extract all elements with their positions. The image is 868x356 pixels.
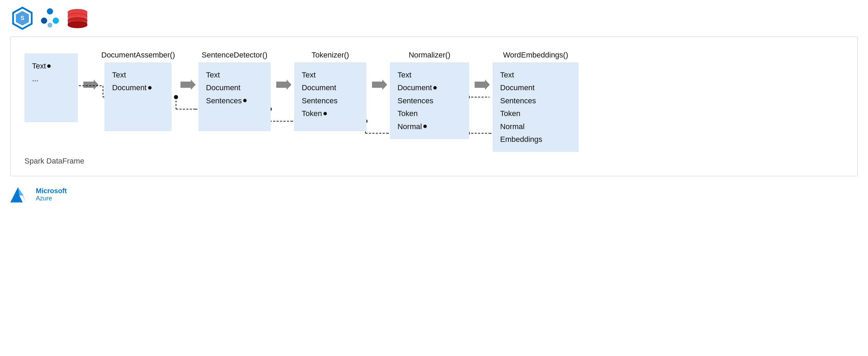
dot-normal-4	[423, 125, 427, 128]
field-token-3: Token	[302, 107, 359, 120]
field-text-3: Text	[302, 69, 359, 81]
arrow-5	[472, 78, 490, 91]
field-normal-4: Normal	[397, 120, 462, 133]
field-text-4: Text	[397, 69, 462, 81]
stage-word-embeddings: WordEmbeddings() Text Document Sentences…	[493, 51, 579, 152]
field-document-5: Document	[500, 81, 571, 94]
dot-text-0	[47, 64, 51, 68]
diagram-container: Text ... DocumentAssember()	[10, 36, 858, 176]
svg-marker-43	[372, 80, 387, 90]
df-box-3: Text Document Sentences Token	[294, 62, 366, 131]
field-sentences-3: Sentences	[302, 94, 359, 107]
arrow-icon-5	[472, 78, 490, 91]
field-sentences-5: Sentences	[500, 94, 571, 107]
header: S	[0, 0, 868, 36]
spark-dataframe-label: Spark DataFrame	[24, 157, 844, 166]
svg-point-6	[48, 23, 52, 28]
spark-logo: S	[10, 6, 34, 30]
svg-marker-42	[276, 80, 291, 90]
pipeline: Text ... DocumentAssember()	[24, 51, 844, 166]
svg-point-3	[47, 8, 53, 14]
arrow-1	[81, 78, 99, 91]
arrow-2	[178, 78, 196, 91]
field-text-2: Text	[206, 69, 263, 81]
stage-label-3: Tokenizer()	[312, 51, 349, 60]
stage-label-4: Normalizer()	[409, 51, 450, 60]
svg-point-13	[68, 22, 87, 28]
df-box-1: Text Document	[104, 62, 172, 131]
field-text-1: Text	[112, 69, 164, 81]
dot-document-1	[148, 86, 152, 90]
arrow-icon-4	[369, 78, 387, 91]
field-normal-5: Normal	[500, 120, 571, 133]
field-document-3: Document	[302, 81, 359, 94]
stage-normalizer: Normalizer() Text Document Sentences Tok…	[390, 51, 469, 139]
df-box-4: Text Document Sentences Token Normal	[390, 62, 469, 139]
stage-sentence-detector: SentenceDetector() Text Document Sentenc…	[198, 51, 271, 131]
field-token-4: Token	[397, 107, 462, 120]
layers-logo	[65, 6, 90, 30]
arrow-icon-2	[178, 78, 196, 91]
field-sentences-4: Sentences	[397, 94, 462, 107]
footer: Microsoft Azure	[0, 176, 868, 213]
field-document-4: Document	[397, 81, 462, 94]
dot-token-3	[323, 112, 327, 115]
stage-label-1: DocumentAssember()	[101, 51, 175, 60]
footer-brand-text: Microsoft Azure	[36, 187, 67, 202]
arrow-icon-3	[273, 78, 291, 91]
field-embeddings-5: Embeddings	[500, 133, 571, 146]
field-document-1: Document	[112, 81, 164, 94]
footer-company: Microsoft	[36, 187, 67, 195]
svg-marker-40	[83, 80, 99, 90]
dot-document-4	[433, 86, 437, 90]
svg-point-5	[53, 18, 59, 24]
stage-label-2: SentenceDetector()	[202, 51, 268, 60]
stage-doc-assembler: DocumentAssember() Text Document	[101, 51, 175, 131]
azure-logo	[10, 186, 31, 203]
df-box-5: Text Document Sentences Token Normal	[493, 62, 579, 152]
arrow-4	[369, 78, 387, 91]
svg-point-4	[41, 18, 47, 24]
stage-input: Text ...	[24, 51, 78, 122]
pipeline-row: Text ... DocumentAssember()	[24, 51, 844, 152]
dots-logo	[38, 6, 62, 30]
svg-marker-41	[180, 80, 196, 90]
df-box-2: Text Document Sentences	[198, 62, 271, 131]
field-token-5: Token	[500, 107, 571, 120]
stage-label-5: WordEmbeddings()	[503, 51, 568, 60]
field-document-2: Document	[206, 81, 263, 94]
field-text-0: Text	[32, 60, 70, 72]
df-box-input: Text ...	[24, 53, 78, 122]
svg-text:S: S	[21, 15, 24, 21]
dot-sentences-2	[243, 99, 247, 102]
arrow-3	[273, 78, 291, 91]
stage-tokenizer: Tokenizer() Text Document Sentences Toke…	[294, 51, 366, 131]
field-sentences-2: Sentences	[206, 94, 263, 107]
footer-product: Azure	[36, 195, 67, 202]
field-dots-0: ...	[32, 72, 70, 85]
field-text-5: Text	[500, 69, 571, 81]
svg-marker-44	[475, 80, 490, 90]
arrow-icon-1	[81, 78, 99, 91]
